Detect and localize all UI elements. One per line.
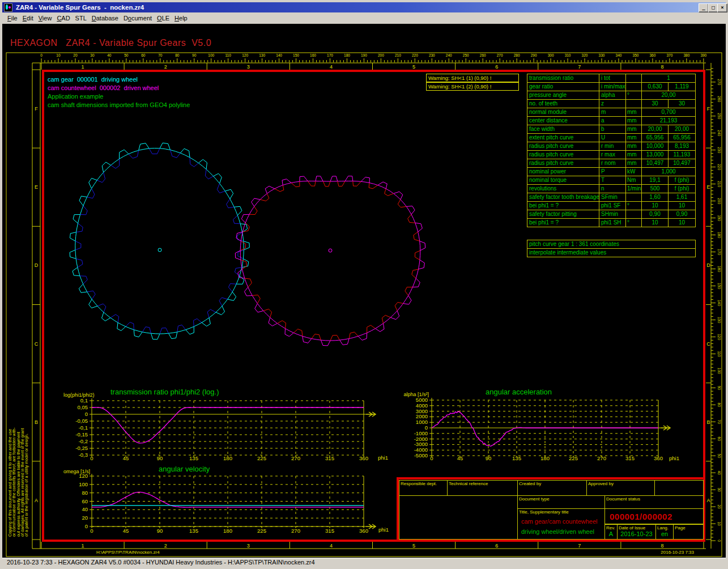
section-number-top: 7 (578, 64, 581, 70)
menu-item-stl[interactable]: STL (75, 15, 87, 22)
menu-item-help[interactable]: Help (174, 15, 188, 22)
right-ruler-label: 200 (717, 198, 721, 204)
top-ruler-label: 0 (40, 53, 42, 57)
right-ruler-label: 10 (717, 521, 721, 526)
right-ruler-label: 260 (717, 96, 721, 102)
table-symbol: phi1 SF (599, 202, 626, 210)
zone-letter-left: B (35, 419, 38, 425)
table-unit: Nm (626, 176, 642, 185)
title-bar[interactable]: ZAR4 - Variable Spur Gears - nocken.zr4 (2, 2, 726, 12)
chart-ylabel: 0,1 (80, 397, 88, 404)
table-unit: ° (626, 91, 642, 100)
chart-xlabel: 90 (486, 455, 492, 461)
zone-letter-left: D (35, 262, 39, 268)
chart-ylabel: -5000 (414, 452, 428, 458)
info-box-line-1: pitch curve gear 1 : 361 coordinates (527, 240, 695, 249)
copyright-line: of a patent or the registration of a uti… (24, 434, 29, 537)
table-unit: mm (626, 134, 642, 142)
table-symbol: z (599, 100, 626, 108)
table-symbol: P (599, 168, 626, 176)
menu-item-file[interactable]: File (7, 15, 18, 22)
zone-letter-left: A (35, 498, 38, 503)
warning-box-2: Warning: SH<1 (2) (0,90) ! (426, 82, 519, 91)
chart-series-omega-driven (92, 492, 364, 507)
table-label: transmission ratio (527, 74, 599, 83)
menu-item-edit[interactable]: Edit (23, 15, 33, 22)
table-label: normal module (527, 108, 599, 117)
table-label: bei phi1 = ? (527, 219, 599, 227)
section-number-bottom: 8 (661, 543, 663, 549)
top-ruler-label: 200 (378, 53, 384, 57)
section-number-top: 3 (247, 64, 250, 70)
chart-ylabel: -0,2 (79, 438, 88, 444)
section-number-bottom: 3 (247, 543, 250, 549)
right-ruler-label: 220 (717, 164, 721, 170)
section-number-bottom: 6 (495, 543, 498, 549)
table-value: 21,193 (642, 117, 696, 125)
top-ruler-label: 360 (649, 53, 655, 57)
right-ruler-label: 170 (717, 249, 721, 255)
top-ruler-label: 280 (514, 53, 520, 57)
close-button[interactable]: × (717, 3, 727, 12)
table-value-1: 30 (642, 100, 669, 108)
table-unit: ° (626, 202, 642, 210)
table-unit (626, 100, 642, 108)
chart-title-ratio: transmission ratio phi1/phi2 (log.) (110, 388, 219, 396)
tb-docstatus: Document status (604, 495, 704, 509)
top-ruler-label: 110 (225, 53, 231, 57)
table-symbol: i tot (599, 74, 626, 83)
table-value-1: 500 (642, 185, 669, 193)
tb-title-line1: cam gear/cam countewheel (521, 518, 604, 525)
top-ruler-label: 330 (599, 53, 605, 57)
menu-item-document[interactable]: Document (124, 15, 152, 22)
table-symbol: U (599, 134, 626, 142)
section-number-top: 1 (82, 64, 84, 70)
status-text: 2016-10-23 7:33 - HEXAGON ZAR4 V5.0 #003… (7, 559, 726, 566)
table-symbol: T (599, 176, 626, 185)
table-label: safety factor tooth breakage (527, 193, 599, 202)
annotation-line-1: cam gear 000001 driving wheel (48, 76, 138, 83)
xlabel-accel: phi1 (669, 455, 679, 461)
right-ruler-label: 70 (717, 420, 721, 424)
table-value-2: 0,90 (669, 210, 696, 219)
chart-ylabel: 40 (82, 506, 88, 512)
tb-lang: Lang.en (655, 524, 674, 540)
table-value-1: 0,90 (642, 210, 669, 219)
tb-doctype: Document type (517, 495, 605, 509)
chart-ylabel: -0,1 (79, 424, 88, 431)
zone-letter-left: C (35, 341, 39, 347)
table-value-1: 65,956 (642, 134, 669, 142)
chart-ylabel: 0 (85, 411, 88, 417)
table-unit: ° (626, 219, 642, 227)
chart-ylabel: 100 (79, 481, 88, 487)
minimize-button[interactable]: _ (699, 3, 709, 12)
table-value-1: 1,60 (642, 193, 669, 202)
ylabel-ratio: log(phi1/phi2) (63, 392, 95, 398)
menu-item-cad[interactable]: CAD (57, 15, 70, 22)
chart-title-velocity: angular velocity (159, 465, 210, 473)
xlabel-velocity: phi1 (378, 526, 389, 533)
table-symbol: r max (599, 151, 626, 159)
table-label: safety factor pitting (527, 210, 599, 219)
top-ruler-label: 390 (700, 53, 706, 57)
menu-item-view[interactable]: View (39, 15, 52, 22)
top-ruler-label: 120 (242, 53, 248, 57)
right-ruler-label: 0 (717, 540, 721, 542)
tb-technical: Technical reference (447, 480, 518, 496)
table-value: 1 (642, 74, 696, 83)
ylabel-velocity: omega [1/s] (63, 469, 90, 474)
table-label: center distance (527, 117, 599, 125)
chart-ylabel: 0 (85, 523, 88, 529)
zone-letter-right: A (706, 498, 710, 503)
menu-item-database[interactable]: Database (92, 15, 118, 22)
zone-letter-right: E (706, 184, 710, 190)
section-number-top: 4 (330, 64, 333, 70)
gear-center (158, 248, 161, 252)
top-ruler-label: 370 (666, 53, 672, 57)
table-unit: mm (626, 151, 642, 159)
right-ruler-label: 50 (717, 454, 721, 458)
menu-item-ole[interactable]: OLE (157, 15, 169, 22)
chart-xlabel: 225 (569, 455, 578, 461)
top-ruler-label: 90 (192, 53, 197, 57)
table-value-2: 10 (669, 219, 696, 227)
